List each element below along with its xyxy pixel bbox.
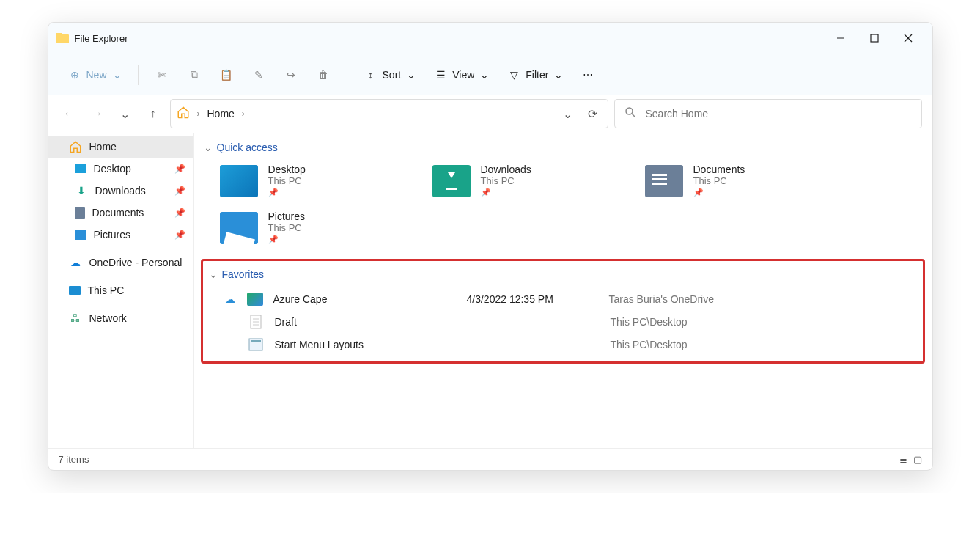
qa-item-pictures[interactable]: Pictures This PC 📌	[220, 210, 415, 244]
sidebar-label: Network	[89, 312, 127, 324]
sidebar-label: Home	[89, 141, 117, 153]
refresh-button[interactable]: ⟳	[584, 105, 602, 122]
qa-item-downloads[interactable]: Downloads This PC 📌	[432, 164, 627, 197]
search-bar[interactable]	[614, 99, 922, 128]
forward-button[interactable]: →	[86, 103, 108, 125]
statusbar: 7 items ≣ ▢	[48, 448, 932, 470]
sort-icon: ↕	[364, 67, 378, 82]
file-name: Draft	[275, 316, 458, 328]
cut-button[interactable]: ✄	[147, 62, 177, 88]
folder-icon	[432, 165, 471, 197]
rename-button[interactable]: ✎	[244, 62, 273, 88]
divider	[347, 65, 347, 85]
file-location: This PC\Desktop	[611, 339, 688, 350]
status-text: 7 items	[59, 454, 89, 465]
sidebar-label: Desktop	[94, 163, 131, 175]
address-bar[interactable]: › Home › ⌄ ⟳	[170, 99, 608, 128]
sidebar-label: Documents	[92, 207, 144, 219]
paste-button[interactable]: 📋	[212, 62, 241, 88]
pin-icon: 📌	[174, 186, 185, 196]
more-button[interactable]: ⋯	[573, 62, 603, 88]
textfile-icon	[247, 315, 265, 329]
filter-icon: ▽	[506, 67, 521, 82]
titlebar[interactable]: File Explorer	[48, 23, 932, 54]
network-icon: 🖧	[69, 312, 82, 325]
copy-button[interactable]: ⧉	[180, 62, 209, 88]
pin-icon: 📌	[174, 230, 185, 240]
navbar: ← → ⌄ ↑ › Home › ⌄ ⟳	[48, 95, 932, 133]
filter-button[interactable]: ▽ Filter ⌄	[499, 62, 570, 88]
qa-name: Documents	[693, 164, 745, 175]
breadcrumb-separator: ›	[197, 109, 200, 119]
quick-access-grid: Desktop This PC 📌 Downloads This PC 📌	[194, 156, 932, 256]
details-view-button[interactable]: ≣	[899, 454, 907, 465]
pin-icon: 📌	[174, 208, 185, 218]
chevron-down-icon: ⌄	[480, 69, 489, 81]
qa-sub: This PC	[268, 175, 306, 186]
sidebar-item-desktop[interactable]: Desktop 📌	[48, 158, 193, 180]
section-favorites[interactable]: ⌄ Favorites	[206, 265, 920, 283]
new-button[interactable]: ⊕ New ⌄	[60, 62, 129, 88]
sidebar-item-thispc[interactable]: This PC	[48, 279, 193, 301]
new-label: New	[86, 69, 107, 81]
sidebar-label: Pictures	[94, 229, 131, 241]
favorite-item[interactable]: Start Menu Layouts This PC\Desktop	[206, 333, 920, 356]
main-pane: ⌄ Quick access Desktop This PC 📌 Downloa…	[194, 133, 932, 448]
close-button[interactable]	[891, 23, 925, 54]
pin-icon: 📌	[174, 164, 185, 174]
breadcrumb-home[interactable]: Home	[207, 108, 235, 120]
cloud-icon: ☁	[69, 256, 82, 269]
document-icon	[247, 337, 265, 352]
sidebar-item-downloads[interactable]: ⬇ Downloads 📌	[48, 180, 193, 202]
folder-icon	[645, 165, 683, 197]
back-button[interactable]: ←	[59, 103, 81, 125]
sidebar-item-documents[interactable]: Documents 📌	[48, 202, 193, 224]
sidebar-item-home[interactable]: Home	[48, 136, 193, 158]
search-input[interactable]	[646, 108, 913, 120]
file-name: Azure Cape	[273, 293, 457, 305]
sidebar-label: This PC	[88, 284, 125, 296]
qa-name: Desktop	[268, 164, 306, 175]
share-button[interactable]: ↪	[276, 62, 306, 88]
large-view-button[interactable]: ▢	[913, 454, 922, 465]
body: Home Desktop 📌 ⬇ Downloads 📌 Documents 📌…	[48, 133, 932, 448]
trash-icon: 🗑	[316, 67, 331, 82]
cloud-icon: ☁	[224, 293, 237, 305]
paste-icon: 📋	[219, 67, 234, 82]
up-button[interactable]: ↑	[142, 103, 164, 125]
window-title: File Explorer	[75, 33, 128, 44]
file-location: Taras Buria's OneDrive	[609, 293, 715, 305]
view-button[interactable]: ☰ View ⌄	[426, 62, 496, 88]
recent-button[interactable]: ⌄	[114, 103, 136, 125]
maximize-button[interactable]	[858, 23, 891, 54]
svg-point-4	[626, 108, 633, 114]
qa-sub: This PC	[481, 175, 531, 186]
section-label: Quick access	[217, 142, 278, 153]
folder-icon	[56, 33, 69, 43]
address-history-button[interactable]: ⌄	[559, 105, 577, 122]
sidebar-item-pictures[interactable]: Pictures 📌	[48, 224, 193, 246]
sidebar-label: OneDrive - Personal	[89, 257, 183, 268]
qa-item-documents[interactable]: Documents This PC 📌	[645, 164, 840, 197]
file-date: 4/3/2022 12:35 PM	[467, 293, 599, 305]
svg-line-5	[632, 114, 635, 117]
search-icon	[624, 106, 637, 122]
picture-icon	[75, 230, 86, 240]
sidebar-item-network[interactable]: 🖧 Network	[48, 307, 193, 329]
sort-button[interactable]: ↕ Sort ⌄	[356, 62, 424, 88]
section-quick-access[interactable]: ⌄ Quick access	[194, 139, 932, 156]
breadcrumb-separator: ›	[242, 109, 245, 119]
pin-icon: 📌	[481, 188, 531, 197]
qa-item-desktop[interactable]: Desktop This PC 📌	[220, 164, 415, 197]
delete-button[interactable]: 🗑	[309, 62, 338, 88]
svg-rect-11	[251, 340, 261, 342]
view-label: View	[452, 69, 474, 81]
favorite-item[interactable]: Draft This PC\Desktop	[206, 310, 920, 333]
home-icon	[69, 140, 82, 153]
sidebar-label: Downloads	[95, 185, 146, 197]
chevron-down-icon: ⌄	[204, 142, 213, 153]
sidebar-item-onedrive[interactable]: ☁ OneDrive - Personal	[48, 252, 193, 274]
plus-circle-icon: ⊕	[67, 67, 82, 82]
favorite-item[interactable]: ☁ Azure Cape 4/3/2022 12:35 PM Taras Bur…	[206, 287, 920, 310]
minimize-button[interactable]	[824, 23, 858, 54]
